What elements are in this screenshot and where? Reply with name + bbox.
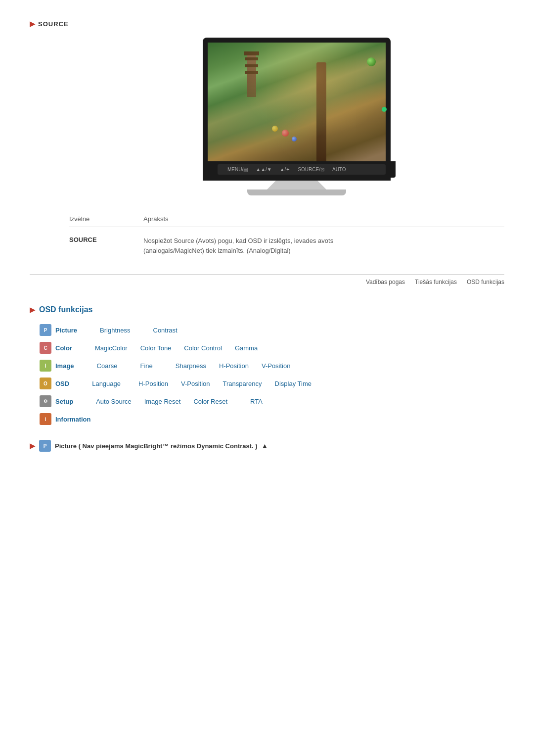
source-control-label: SOURCE/⊡ — [298, 167, 324, 172]
item-fine[interactable]: Fine — [140, 362, 153, 370]
item-display-time[interactable]: Display Time — [275, 380, 312, 387]
footer-text: Picture ( Nav pieejams MagicBright™ režī… — [55, 442, 258, 450]
nav-link-direct[interactable]: Tiešās funkcijas — [415, 279, 457, 285]
col1-header: Izvēlne — [69, 215, 143, 223]
item-color-control[interactable]: Color Control — [184, 344, 222, 352]
table-section: Izvēlne Apraksts SOURCE Nospiežot Source… — [69, 215, 504, 259]
category-information[interactable]: Information — [55, 416, 91, 423]
row-key-source: SOURCE — [69, 236, 143, 255]
category-color[interactable]: Color — [55, 344, 72, 352]
row-val-source: Nospiežot Source (Avots) pogu, kad OSD i… — [143, 236, 504, 255]
item-v-position-osd[interactable]: V-Position — [181, 380, 210, 387]
item-transparency[interactable]: Transparency — [223, 380, 262, 387]
monitor-bezel: MENU/▤ ▲▲/▼ ▲/✦ SOURCE/⊡ AUTO — [203, 38, 391, 181]
monitor-base — [247, 189, 346, 195]
item-image-reset[interactable]: Image Reset — [144, 398, 181, 405]
icon-color: C — [40, 342, 51, 354]
item-auto-source[interactable]: Auto Source — [96, 398, 132, 405]
osd-section: ▶ OSD funkcijas P Picture Brightness Con… — [30, 305, 504, 425]
item-coarse[interactable]: Coarse — [97, 362, 118, 370]
icon-osd: O — [40, 378, 51, 389]
item-magiccolor[interactable]: MagicColor — [95, 344, 128, 352]
osd-row-image: I Image Coarse Fine Sharpness H-Position… — [40, 360, 504, 372]
icon-image: I — [40, 360, 51, 372]
monitor-illustration: MENU/▤ ▲▲/▼ ▲/✦ SOURCE/⊡ AUTO — [89, 38, 504, 195]
osd-row-setup: ⚙ Setup Auto Source Image Reset Color Re… — [40, 395, 504, 407]
item-rta[interactable]: RTA — [250, 398, 263, 405]
osd-title: OSD funkcijas — [39, 305, 92, 314]
picture-footer: ▶ P Picture ( Nav pieejams MagicBright™ … — [30, 440, 504, 452]
osd-row-osd: O OSD Language H-Position V-Position Tra… — [40, 378, 504, 389]
source-header: ▶ SOURCE — [30, 20, 504, 28]
icon-picture: P — [40, 324, 51, 336]
item-color-tone[interactable]: Color Tone — [140, 344, 172, 352]
nav-link-controls[interactable]: Vadības pogas — [366, 279, 405, 285]
item-sharpness[interactable]: Sharpness — [176, 362, 206, 370]
category-setup[interactable]: Setup — [55, 398, 73, 405]
table-header: Izvēlne Apraksts — [69, 215, 504, 227]
item-language[interactable]: Language — [92, 380, 121, 387]
category-picture[interactable]: Picture — [55, 327, 77, 334]
nav-control-label: ▲▲/▼ — [256, 167, 271, 172]
monitor-stand — [267, 181, 326, 189]
source-arrow-icon: ▶ — [30, 20, 35, 28]
item-contrast[interactable]: Contrast — [153, 327, 178, 334]
col2-header: Apraksts — [143, 215, 504, 223]
item-brightness[interactable]: Brightness — [100, 327, 130, 334]
auto-control-label: AUTO — [332, 167, 346, 172]
osd-row-color: C Color MagicColor Color Tone Color Cont… — [40, 342, 504, 354]
category-image[interactable]: Image — [55, 362, 74, 370]
icon-setup: ⚙ — [40, 395, 51, 407]
footer-up-arrow: ▲ — [262, 442, 268, 450]
item-color-reset[interactable]: Color Reset — [193, 398, 227, 405]
source-title: SOURCE — [38, 20, 69, 28]
item-v-position-image[interactable]: V-Position — [262, 362, 291, 370]
item-h-position-osd[interactable]: H-Position — [138, 380, 168, 387]
item-gamma[interactable]: Gamma — [235, 344, 258, 352]
icon-information: i — [40, 413, 51, 425]
nav-links: Vadības pogas Tiešās funkcijas OSD funkc… — [30, 274, 504, 285]
table-row: SOURCE Nospiežot Source (Avots) pogu, ka… — [69, 232, 504, 259]
nav-link-osd[interactable]: OSD funkcijas — [467, 279, 504, 285]
osd-row-picture: P Picture Brightness Contrast — [40, 324, 504, 336]
monitor-controls: MENU/▤ ▲▲/▼ ▲/✦ SOURCE/⊡ AUTO — [218, 164, 386, 175]
monitor-bottom-bar: MENU/▤ ▲▲/▼ ▲/✦ SOURCE/⊡ AUTO — [208, 161, 396, 178]
footer-pic-icon: P — [39, 440, 51, 452]
item-h-position-image[interactable]: H-Position — [219, 362, 249, 370]
adjust-control-label: ▲/✦ — [280, 167, 290, 172]
menu-control-label: MENU/▤ — [227, 167, 248, 172]
monitor-status-light — [382, 107, 387, 112]
footer-arrow-icon: ▶ — [30, 442, 35, 450]
category-osd[interactable]: OSD — [55, 380, 69, 387]
osd-arrow-icon: ▶ — [30, 306, 35, 314]
monitor-screen — [208, 43, 386, 161]
osd-row-information: i Information — [40, 413, 504, 425]
osd-header: ▶ OSD funkcijas — [30, 305, 504, 314]
